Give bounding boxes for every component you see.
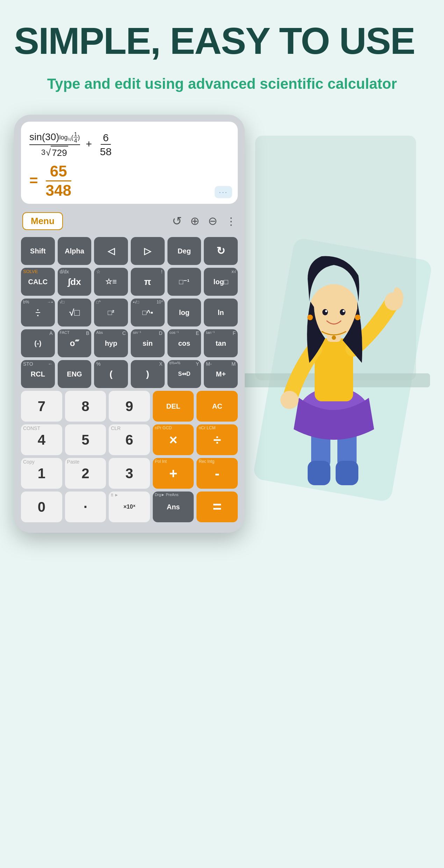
key-row-7: CONST 4 5 CLR 6 nPr GCD × n: [21, 424, 238, 455]
key-1[interactable]: Copy 1: [21, 458, 62, 489]
decimal-key[interactable]: ·: [65, 492, 106, 522]
pi-key[interactable]: ! π: [131, 268, 165, 296]
expr-sin: sin(30)log½(14) 3√729 + 6 58: [29, 130, 114, 159]
svg-point-13: [322, 309, 328, 315]
key-2[interactable]: Paste 2: [65, 458, 106, 489]
subtract-key[interactable]: Rec Intg -: [196, 458, 238, 489]
divide-key[interactable]: nCr LCM ÷: [196, 424, 238, 455]
left-arrow-key[interactable]: ◁: [94, 237, 128, 265]
calculator-scene: sin(30)log½(14) 3√729 + 6 58: [14, 115, 430, 533]
page-container: SIMPLE, EASY TO USE Type and edit using …: [0, 0, 444, 868]
rparen-key[interactable]: X ): [131, 360, 165, 388]
result-numerator: 65: [46, 164, 71, 181]
add-key[interactable]: Pol Int +: [153, 458, 194, 489]
o-key[interactable]: FACT B o‴: [58, 329, 92, 357]
svg-point-17: [307, 315, 313, 320]
hero-title: SIMPLE, EASY TO USE: [14, 21, 430, 60]
svg-rect-5: [336, 461, 358, 485]
key-row-9: 0 · tt ► ×10ˣ Drg► PreAns Ans =: [21, 492, 238, 522]
tan-key[interactable]: tan⁻¹ F tan: [204, 329, 238, 357]
zoom-in-icon[interactable]: ⊕: [190, 214, 200, 228]
key-row-2: SOLVE CALC d/dx ∫dx ☆ ☆≡ ! π: [21, 268, 238, 296]
toolbar-icons: ↺ ⊕ ⊖ ⋮: [172, 214, 236, 228]
key-row-3: b% →▪ ▪ ▪ √□ √□ □^ □²: [21, 299, 238, 327]
svg-point-15: [325, 310, 327, 312]
calc-display: sin(30)log½(14) 3√729 + 6 58: [21, 122, 238, 204]
ans-key[interactable]: Drg► PreAns Ans: [153, 492, 194, 522]
key-8[interactable]: 8: [65, 391, 106, 422]
right-arrow-key[interactable]: ▷: [131, 237, 165, 265]
ac-key[interactable]: AC: [196, 391, 238, 422]
calculator: sin(30)log½(14) 3√729 + 6 58: [14, 115, 245, 533]
eng-key[interactable]: ENG: [58, 360, 92, 388]
display-dots-button[interactable]: ···: [215, 186, 232, 198]
key-row-1: Shift Alpha ◁ ▷ Deg ↻: [21, 237, 238, 265]
power-key[interactable]: ▪√□ 10^ □^▪: [131, 299, 165, 327]
svg-point-8: [280, 391, 299, 409]
square-key[interactable]: □^ □²: [94, 299, 128, 327]
svg-point-19: [332, 336, 336, 340]
key-5[interactable]: 5: [65, 424, 106, 455]
key-row-6: 7 8 9 DEL AC: [21, 391, 238, 422]
more-vert-icon[interactable]: ⋮: [226, 215, 236, 227]
del-key[interactable]: DEL: [153, 391, 194, 422]
svg-point-18: [355, 315, 360, 320]
ln-key[interactable]: ln: [204, 299, 238, 327]
inverse-key[interactable]: □⁻¹: [167, 268, 201, 296]
svg-point-14: [340, 309, 345, 315]
integral-key[interactable]: d/dx ∫dx: [58, 268, 92, 296]
negate-key[interactable]: A (-): [21, 329, 55, 357]
key-0[interactable]: 0: [21, 492, 62, 522]
exp10-key[interactable]: tt ► ×10ˣ: [109, 492, 150, 522]
deg-key[interactable]: Deg: [167, 237, 201, 265]
result-equals: =: [29, 172, 38, 189]
solve-calc-key[interactable]: SOLVE CALC: [21, 268, 55, 296]
svg-point-16: [343, 310, 345, 312]
key-7[interactable]: 7: [21, 391, 62, 422]
display-result: = 65 348: [29, 164, 229, 198]
svg-rect-4: [308, 461, 330, 485]
mplus-key[interactable]: M- M M+: [204, 360, 238, 388]
log-key[interactable]: log: [167, 299, 201, 327]
key-row-8: Copy 1 Paste 2 3 Pol Int +: [21, 458, 238, 489]
undo-icon[interactable]: ↺: [172, 214, 182, 228]
lparen-key[interactable]: % (: [94, 360, 128, 388]
key-grid: Shift Alpha ◁ ▷ Deg ↻: [21, 237, 238, 522]
rotate-key[interactable]: ↻: [204, 237, 238, 265]
shift-key[interactable]: Shift: [21, 237, 55, 265]
rcl-key[interactable]: STO ← RCL: [21, 360, 55, 388]
sin-key[interactable]: sin⁻¹ D sin: [131, 329, 165, 357]
display-expression: sin(30)log½(14) 3√729 + 6 58: [29, 130, 229, 159]
hero-subtitle: Type and edit using advanced scientific …: [14, 74, 430, 94]
fraction-key[interactable]: b% →▪ ▪ ▪: [21, 299, 55, 327]
character-illustration: [234, 136, 430, 503]
calc-toolbar: Menu ↺ ⊕ ⊖ ⋮: [21, 209, 238, 233]
key-3[interactable]: 3: [109, 458, 150, 489]
key-row-4: A (-) FACT B o‴ Abs C hyp sin⁻¹: [21, 329, 238, 357]
multiply-key[interactable]: nPr GCD ×: [153, 424, 194, 455]
sd-key[interactable]: b%⇔% Y S⇔D: [167, 360, 201, 388]
list-key[interactable]: ☆ ☆≡: [94, 268, 128, 296]
hyp-key[interactable]: Abs C hyp: [94, 329, 128, 357]
key-row-5: STO ← RCL ENG % ( X ): [21, 360, 238, 388]
menu-button[interactable]: Menu: [22, 212, 63, 230]
equals-key[interactable]: =: [196, 492, 238, 522]
cos-key[interactable]: cos⁻¹ E cos: [167, 329, 201, 357]
log-base-key[interactable]: x√ log□: [204, 268, 238, 296]
alpha-key[interactable]: Alpha: [58, 237, 92, 265]
sqrt-key[interactable]: √□ √□: [58, 299, 92, 327]
zoom-out-icon[interactable]: ⊖: [208, 214, 217, 228]
result-denominator: 348: [42, 181, 76, 198]
key-6[interactable]: CLR 6: [109, 424, 150, 455]
key-4[interactable]: CONST 4: [21, 424, 62, 455]
key-9[interactable]: 9: [109, 391, 150, 422]
